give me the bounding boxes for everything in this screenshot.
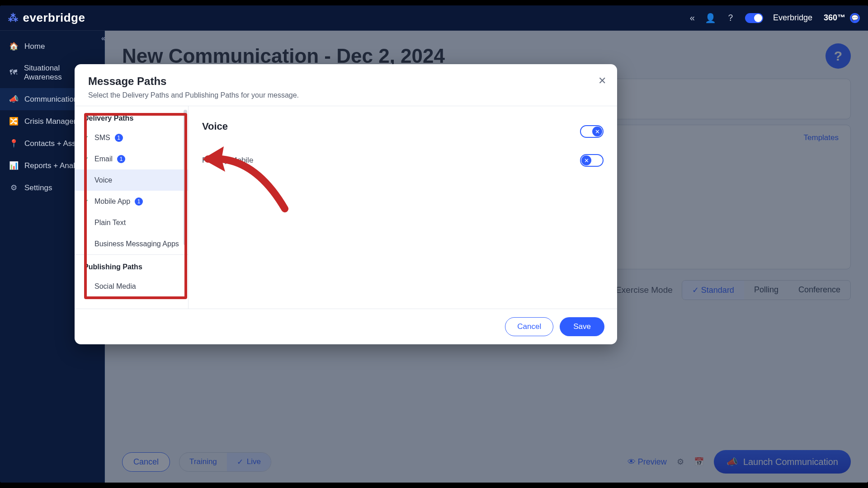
nav-icon: ⚙ <box>9 183 18 192</box>
sidebar-item-label: Communications <box>24 95 82 104</box>
count-badge: 1 <box>117 155 125 163</box>
nav-icon: 🗺 <box>9 68 18 77</box>
paths-sidebar: Delivery Paths ✓SMS1✓Email1Voice✓Mobile … <box>75 106 189 309</box>
detail-row-label: Primary Mobile <box>202 156 253 165</box>
modal-body: Delivery Paths ✓SMS1✓Email1Voice✓Mobile … <box>75 106 617 309</box>
count-badge: 1 <box>115 134 123 142</box>
app-shell: ⁂ everbridge « 👤 ？ Everbridge 360™ 💬 « 🏠… <box>0 5 868 483</box>
brand-mark-icon: ⁂ <box>8 12 19 24</box>
voice-master-toggle[interactable]: ✕ <box>580 125 604 138</box>
nav-icon: 🔀 <box>9 117 18 126</box>
row-toggle[interactable]: ✕ <box>580 154 604 167</box>
user-icon[interactable]: 👤 <box>705 13 716 23</box>
path-item-social-media[interactable]: Social Media <box>75 276 188 297</box>
chat-icon[interactable]: 💬 <box>850 13 860 23</box>
topbar: ⁂ everbridge « 👤 ？ Everbridge 360™ 💬 <box>0 5 868 31</box>
message-paths-modal: Message Paths Select the Delivery Paths … <box>75 64 617 344</box>
nav-icon: 📣 <box>9 94 18 104</box>
modal-title: Message Paths <box>88 75 604 88</box>
path-item-email[interactable]: ✓Email1 <box>75 148 188 169</box>
detail-row: Primary Mobile ✕ <box>202 150 604 170</box>
path-item-label: Plain Text <box>94 219 126 227</box>
nav-icon: 🏠 <box>9 42 18 51</box>
modal-subtitle: Select the Delivery Paths and Publishing… <box>88 91 604 99</box>
modal-header: Message Paths Select the Delivery Paths … <box>75 64 617 106</box>
cancel-button[interactable]: Cancel <box>505 317 553 336</box>
brand-name: everbridge <box>23 11 85 25</box>
scrollbar[interactable] <box>184 110 187 245</box>
path-item-sms[interactable]: ✓SMS1 <box>75 127 188 148</box>
collapse-icon[interactable]: « <box>690 13 695 23</box>
modal-footer: Cancel Save <box>75 309 617 344</box>
path-item-mobile-app[interactable]: ✓Mobile App1 <box>75 191 188 212</box>
sidebar-item-label: Home <box>24 42 45 51</box>
check-icon: ✓ <box>84 198 90 205</box>
sidebar-item-label: Settings <box>24 183 52 192</box>
detail-heading: Voice <box>202 121 228 132</box>
path-item-label: Mobile App <box>94 197 130 206</box>
path-item-label: Voice <box>94 176 112 184</box>
sidebar-item-home[interactable]: 🏠Home <box>0 35 104 57</box>
path-item-voice[interactable]: Voice <box>75 169 188 191</box>
close-icon[interactable]: ✕ <box>598 75 606 87</box>
count-badge: 1 <box>135 197 143 206</box>
path-item-label: Business Messaging Apps <box>94 240 179 248</box>
path-item-label: SMS <box>94 134 110 142</box>
topbar-right: « 👤 ？ Everbridge 360™ 💬 <box>690 12 860 24</box>
nav-icon: 📍 <box>9 139 18 148</box>
brand-logo: ⁂ everbridge <box>8 11 85 25</box>
suite-toggle[interactable] <box>745 13 763 23</box>
nav-icon: 📊 <box>9 161 18 170</box>
delivery-section-title: Delivery Paths <box>75 106 188 127</box>
check-icon: ✓ <box>84 155 90 163</box>
check-icon: ✓ <box>84 134 90 141</box>
publishing-section-title: Publishing Paths <box>75 254 188 276</box>
path-item-plain-text[interactable]: Plain Text <box>75 212 188 233</box>
save-button[interactable]: Save <box>560 317 604 336</box>
help-icon[interactable]: ？ <box>726 12 735 24</box>
path-item-label: Social Media <box>94 282 136 291</box>
path-item-business-messaging-apps[interactable]: Business Messaging Apps <box>75 233 188 254</box>
suite-label: Everbridge 360™ 💬 <box>773 13 860 23</box>
path-item-label: Email <box>94 155 113 163</box>
paths-detail: Voice ✕ Primary Mobile ✕ <box>189 106 617 309</box>
